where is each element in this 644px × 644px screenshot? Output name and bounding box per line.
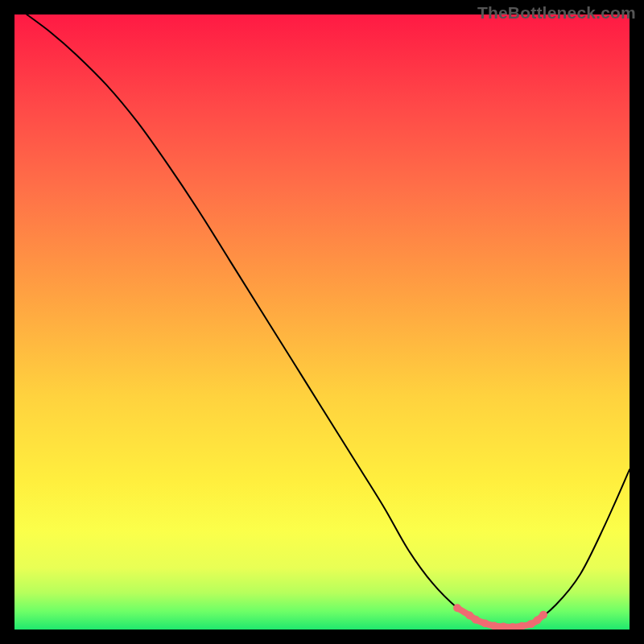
- highlight-dot: [490, 621, 498, 630]
- highlight-dot: [472, 616, 480, 624]
- highlight-dot: [453, 604, 461, 612]
- highlight-dot: [481, 619, 489, 627]
- main-curve-path: [27, 14, 630, 627]
- highlight-dot: [533, 617, 541, 625]
- highlight-dots: [453, 604, 547, 630]
- plot-area: [14, 14, 630, 630]
- highlight-dot: [539, 611, 547, 619]
- chart-frame: TheBottleneck.com: [0, 0, 644, 644]
- watermark-text: TheBottleneck.com: [477, 3, 636, 23]
- chart-svg: [14, 14, 630, 630]
